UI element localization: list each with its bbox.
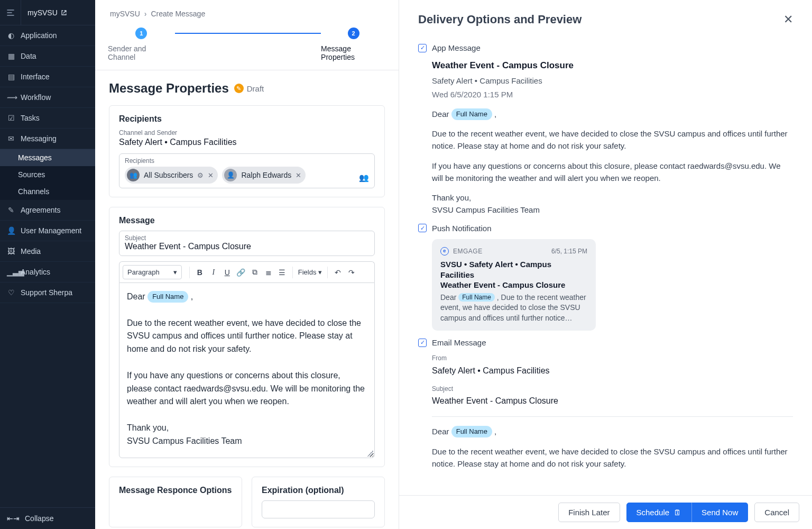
sidebar-item-label: Support Sherpa [21, 288, 72, 297]
link-button[interactable]: 🔗 [234, 266, 248, 279]
push-time: 6/5, 1:15 PM [551, 247, 587, 257]
resize-handle[interactable] [367, 450, 373, 457]
page-title-row: Message Properties ✎ Draft [109, 81, 385, 96]
recipients-input[interactable]: Recipients 👥 All Subscribers ⚙ ✕ 👤 Ralph… [119, 153, 375, 188]
italic-button[interactable]: I [207, 266, 220, 279]
checkbox-push[interactable]: ✓ [418, 224, 427, 232]
email-from-value: Safety Alert • Campus Facilities [432, 364, 793, 378]
subject-field[interactable]: Subject [119, 231, 375, 256]
merge-field-token: Full Name [451, 426, 492, 437]
sidebar-sub-channels[interactable]: Channels [0, 183, 95, 200]
brand-icon[interactable] [0, 0, 21, 25]
crumb-root[interactable]: mySVSU [110, 10, 140, 18]
filter-sliders-icon[interactable]: ⚙ [197, 171, 204, 179]
step-connector [175, 33, 321, 34]
sidebar-item-messaging[interactable]: ✉Messaging [0, 129, 95, 149]
merge-field-token: Full Name [451, 108, 492, 120]
preview-email: From Safety Alert • Campus Facilities Su… [418, 353, 793, 470]
merge-field-token[interactable]: Full Name [147, 291, 188, 303]
step-2[interactable]: 2 Message Properties [321, 28, 386, 61]
close-button[interactable]: ✕ [783, 13, 793, 26]
chip-all-subscribers: 👥 All Subscribers ⚙ ✕ [125, 167, 218, 184]
sidebar-item-media[interactable]: 🖼Media [0, 241, 95, 262]
sidebar-footer: ⇤⇥ Collapse [0, 507, 95, 529]
status-label: Draft [247, 84, 264, 93]
email-from-label: From [432, 353, 793, 363]
mail-icon: ✉ [7, 134, 15, 143]
check-icon: ☑ [7, 114, 15, 122]
sidebar-item-tasks[interactable]: ☑Tasks [0, 108, 95, 129]
message-editor[interactable]: Dear Full Name , Due to the recent weath… [119, 282, 375, 458]
sidebar-item-label: Tasks [21, 114, 40, 122]
step-2-label: Message Properties [321, 44, 386, 61]
sidebar-item-analytics[interactable]: ▁▃▅Analytics [0, 262, 95, 282]
stepper: 1 Sender and Channel 2 Message Propertie… [95, 18, 399, 70]
footer-actions: Finish Later Schedule 🗓 Send Now Cancel [399, 495, 812, 529]
finish-later-button[interactable]: Finish Later [558, 503, 620, 522]
step-1-circle: 1 [135, 28, 147, 39]
layout-icon: ▤ [7, 72, 15, 81]
sidebar-header: mySVSU [0, 0, 95, 25]
fields-dropdown[interactable]: Fields ▾ [296, 268, 325, 276]
message-heading: Message [119, 216, 375, 225]
step-1[interactable]: 1 Sender and Channel [108, 28, 175, 61]
response-options-heading: Message Responce Options [119, 486, 232, 495]
sidebar-item-agreements[interactable]: ✎Agreements [0, 200, 95, 221]
collapse-button[interactable]: ⇤⇥ Collapse [0, 508, 95, 529]
remove-chip-icon[interactable]: ✕ [296, 171, 301, 179]
expiration-select[interactable] [262, 500, 375, 518]
chip-ralph-edwards: 👤 Ralph Edwards ✕ [222, 167, 306, 184]
chevron-down-icon: ▾ [173, 268, 177, 276]
left-scroll: Message Properties ✎ Draft Recipients Ch… [95, 70, 399, 529]
sidebar-item-workflow[interactable]: ⟿Workflow [0, 87, 95, 108]
add-recipient-icon[interactable]: 👥 [359, 173, 369, 183]
number-list-button[interactable]: ☰ [275, 266, 289, 279]
cancel-button[interactable]: Cancel [754, 503, 799, 522]
toolbar-divider [292, 267, 293, 278]
sidebar-sub-sources[interactable]: Sources [0, 166, 95, 183]
sidebar-item-data[interactable]: ▦Data [0, 46, 95, 67]
divider [432, 416, 793, 417]
channel-sender-value: Safety Alert • Campus Facilities [119, 138, 375, 147]
chevron-down-icon: ▾ [318, 268, 322, 276]
external-link-icon [61, 10, 67, 16]
brand-name[interactable]: mySVSU [21, 8, 73, 17]
user-icon: 👤 [7, 226, 15, 235]
sidebar-item-user-management[interactable]: 👤User Management [0, 221, 95, 241]
preview-title: Weather Event - Campus Closure [432, 59, 793, 72]
unlink-button[interactable]: ⧉ [248, 266, 262, 279]
sidebar-item-label: Messaging [21, 134, 57, 143]
push-app-icon: e [440, 247, 449, 256]
preview-timestamp: Wed 6/5/2020 1:15 PM [432, 88, 793, 101]
undo-button[interactable]: ↶ [331, 266, 345, 279]
schedule-button[interactable]: Schedule 🗓 [626, 503, 692, 522]
recipients-heading: Recipients [119, 114, 375, 124]
bold-button[interactable]: B [193, 266, 207, 279]
editor-text: Due to the recent weather event, we have… [127, 317, 367, 356]
main: mySVSU › Create Message 1 Sender and Cha… [95, 0, 812, 529]
sidebar-item-interface[interactable]: ▤Interface [0, 67, 95, 87]
checkbox-email[interactable]: ✓ [418, 339, 427, 347]
crumb-current: Create Message [151, 10, 205, 18]
remove-chip-icon[interactable]: ✕ [208, 171, 214, 179]
underline-button[interactable]: U [220, 266, 234, 279]
sidebar-item-support[interactable]: ♡Support Sherpa [0, 282, 95, 303]
redo-button[interactable]: ↷ [345, 266, 358, 279]
sidebar-item-label: Media [21, 247, 41, 256]
push-title-1: SVSU • Safety Alert • Campus Facilities [440, 259, 587, 280]
preview-text: If you have any questions or concerns ab… [432, 160, 793, 185]
paragraph-select[interactable]: Paragraph ▾ [123, 265, 182, 279]
sidebar-item-application[interactable]: ◐Application [0, 25, 95, 46]
step-1-label: Sender and Channel [108, 44, 175, 61]
send-now-button[interactable]: Send Now [691, 503, 748, 522]
right-column: Delivery Options and Preview ✕ ✓ App Mes… [399, 0, 812, 529]
checkbox-app-message[interactable]: ✓ [418, 44, 427, 52]
heart-icon: ♡ [7, 288, 15, 297]
bullet-list-button[interactable]: ≣ [262, 266, 275, 279]
editor-text: SVSU Campus Facilities Team [127, 436, 242, 445]
recipients-input-label: Recipients [125, 157, 369, 165]
subject-input[interactable] [125, 242, 369, 251]
channel-sender-label: Channel and Sender [119, 129, 375, 136]
sidebar-sub-messages[interactable]: Messages [0, 149, 95, 166]
sidebar: mySVSU ◐Application ▦Data ▤Interface ⟿Wo… [0, 0, 95, 529]
